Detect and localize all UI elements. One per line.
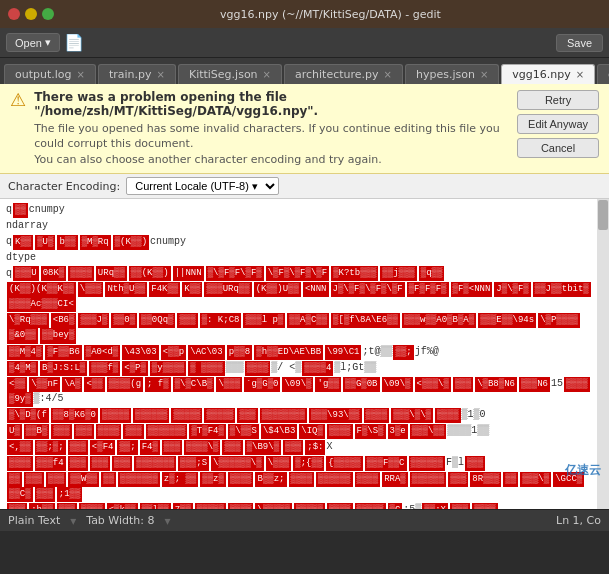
warning-bar: ⚠ There was a problem opening the file "…: [0, 84, 609, 174]
code-line: qK▒▒▒U▒b▒▒▒M▒Rq▒(K▒▒)cnumpy: [6, 235, 603, 250]
watermark: 亿速云: [565, 462, 601, 479]
tab-close-icon[interactable]: ×: [576, 69, 584, 80]
toolbar: Open ▾ 📄 Save: [0, 28, 609, 58]
code-line: q▒▒▒U08K▒▒▒▒▒URq▒▒▒▒(K▒▒)||NNN▒\▒F▒F\▒F▒…: [6, 266, 603, 281]
warning-title: There was a problem opening the file "/h…: [34, 90, 509, 118]
open-button[interactable]: Open ▾: [6, 33, 60, 52]
open-label: Open: [15, 37, 42, 49]
warning-desc1: The file you opened has some invalid cha…: [34, 121, 509, 152]
position-status: Ln 1, Co: [556, 514, 601, 527]
code-line: U▒▒▒B▒▒▒▒▒▒▒▒▒▒▒▒▒▒▒▒▒▒▒▒▒▒T▒F4▒▒\▒▒S\$4…: [6, 424, 603, 439]
tab-label: KittiSeg.json: [189, 68, 258, 81]
scrollbar-thumb[interactable]: [598, 200, 608, 230]
title-bar: vgg16.npy (~//MT/KittiSeg/DATA) - gedit: [0, 0, 609, 28]
warning-desc2: You can also choose another character en…: [34, 152, 509, 167]
tab-close-icon[interactable]: ×: [157, 69, 165, 80]
code-line: ▒\▒D▒(f▒▒8▒K6▒0▒▒▒▒▒▒▒▒▒▒▒▒▒▒▒▒▒▒▒▒▒▒▒▒▒…: [6, 408, 603, 423]
tab-kittiseg-json[interactable]: KittiSeg.json ×: [178, 64, 282, 84]
tab-label: vgg16.npy: [512, 68, 570, 81]
cancel-button[interactable]: Cancel: [517, 138, 599, 158]
code-line: ▒▒▒▒▒▒▒f4▒▒▒▒▒▒▒▒▒▒▒▒▒▒▒▒▒▒▒;S\▒▒▒▒▒▒\▒\…: [6, 456, 603, 471]
code-line: dtype: [6, 251, 603, 266]
code-line: <▒▒\▒▒nF\A▒<▒▒▒▒▒▒(g; f▒▒\▒C\B▒\▒▒▒`g▒G▒…: [6, 377, 603, 407]
editor-content[interactable]: q▒▒cnumpy ndarray qK▒▒▒U▒b▒▒▒M▒Rq▒(K▒▒)c…: [0, 199, 609, 509]
tab-close-icon[interactable]: ×: [77, 69, 85, 80]
code-line: <,▒▒▒▒;▒;▒▒▒<▒F4▒▒;F4▒▒▒▒▒▒▒▒\▒▒▒▒▒\B9\▒…: [6, 440, 603, 455]
warning-icon: ⚠: [10, 91, 26, 109]
save-button[interactable]: Save: [556, 34, 603, 52]
window-controls: [8, 8, 54, 20]
editor-wrapper: q▒▒cnumpy ndarray qK▒▒▒U▒b▒▒▒M▒Rq▒(K▒▒)c…: [0, 199, 609, 509]
code-line: ▒▒▒▒▒▒▒▒▒▒W▒▒▒▒▒▒▒▒▒▒▒z▒; ▒▒▒▒z▒▒▒▒▒B▒▒z…: [6, 472, 603, 502]
code-line: q▒▒cnumpy: [6, 203, 603, 218]
tab-label: train.py: [109, 68, 152, 81]
retry-button[interactable]: Retry: [517, 90, 599, 110]
tab-label: output.log: [15, 68, 72, 81]
code-line: ▒▒M▒4▒▒F▒▒B6▒A0<d▒\43\03<▒▒p\AC\03p▒▒8▒h…: [6, 345, 603, 360]
encoding-label: Character Encoding:: [8, 180, 120, 193]
window-title: vgg16.npy (~//MT/KittiSeg/DATA) - gedit: [60, 8, 601, 21]
code-line: ▒4▒M▒B▒J:S:L▒▒▒▒f▒<▒P▒▒y▒▒▒▒▒ ▒▒▒▒ ▒▒▒ ▒…: [6, 361, 603, 376]
tabs-bar: output.log × train.py × KittiSeg.json × …: [0, 58, 609, 84]
tab-close-icon[interactable]: ×: [384, 69, 392, 80]
tab-architecture-py[interactable]: architecture.py ×: [284, 64, 403, 84]
tab-close-icon[interactable]: ×: [263, 69, 271, 80]
minimize-button[interactable]: [25, 8, 37, 20]
tab-close-icon[interactable]: ×: [480, 69, 488, 80]
code-line: ▒▒▒;b▒▒▒▒▒▒▒▒▒<▒k▒▒▒▒l▒▒7▒▒▒▒▒▒▒▒▒▒▒\▒▒▒…: [6, 503, 603, 509]
tab-train-py[interactable]: train.py ×: [98, 64, 176, 84]
tab-width-status: Tab Width: 8: [86, 514, 154, 527]
code-line: \▒Rq▒▒▒<B6▒▒▒▒J▒▒▒0▒▒▒0Qq▒▒▒▒▒: K;C8▒▒▒l…: [6, 313, 603, 343]
tab-hypes-json[interactable]: hypes.json ×: [405, 64, 499, 84]
close-button[interactable]: [8, 8, 20, 20]
warning-buttons: Retry Edit Anyway Cancel: [517, 90, 599, 158]
warning-content: There was a problem opening the file "/h…: [34, 90, 509, 167]
status-right: Ln 1, Co: [556, 514, 601, 527]
code-line: ndarray: [6, 219, 603, 234]
edit-anyway-button[interactable]: Edit Anyway: [517, 114, 599, 134]
tab-label: hypes.json: [416, 68, 475, 81]
code-line: (K▒▒)(K▒▒K▒▒\▒▒▒Nth▒U▒▒F4K▒▒K▒▒▒▒▒URq▒▒(…: [6, 282, 603, 312]
file-type-status: Plain Text: [8, 514, 60, 527]
status-bar: Plain Text ▾ Tab Width: 8 ▾ Ln 1, Co: [0, 509, 609, 531]
maximize-button[interactable]: [42, 8, 54, 20]
tab-label: architecture.py: [295, 68, 379, 81]
tab-output-log[interactable]: output.log ×: [4, 64, 96, 84]
encoding-select[interactable]: Current Locale (UTF-8) ▾: [126, 177, 279, 195]
encoding-bar: Character Encoding: Current Locale (UTF-…: [0, 174, 609, 199]
toolbar-icon: 📄: [64, 33, 84, 52]
tab-vgg16-npy[interactable]: vgg16.npy ×: [501, 64, 595, 84]
tab-demo-py[interactable]: demo.py ×: [597, 64, 609, 84]
dropdown-arrow-icon[interactable]: ▾: [45, 36, 51, 49]
